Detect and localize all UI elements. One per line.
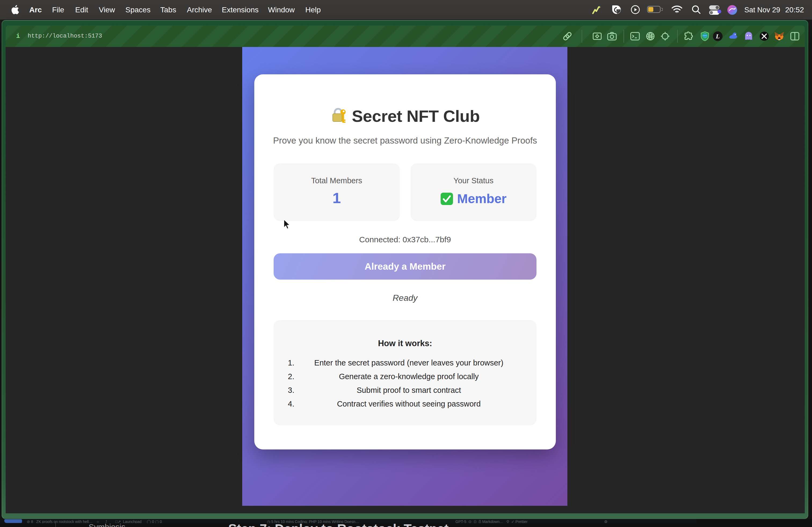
svg-text:L: L	[715, 33, 720, 40]
